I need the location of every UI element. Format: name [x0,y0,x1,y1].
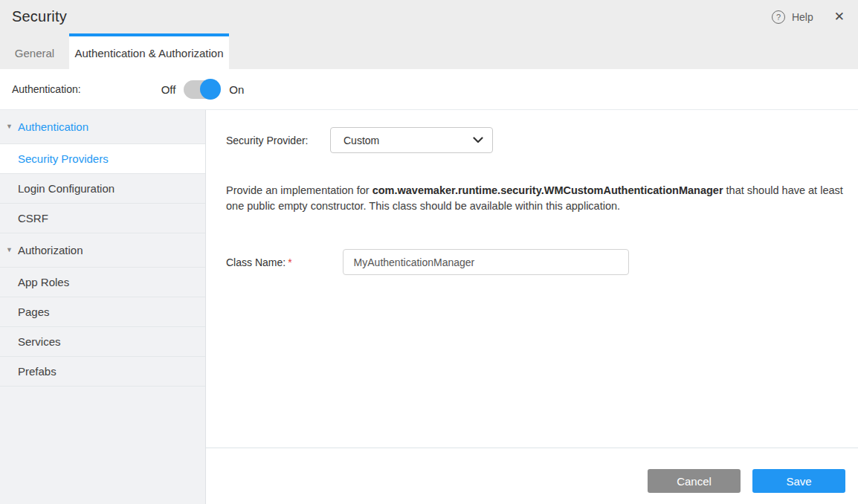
close-icon[interactable]: ✕ [834,10,845,23]
sidebar: ▼AuthenticationSecurity ProvidersLogin C… [0,110,206,504]
sidebar-item-label: App Roles [18,276,69,288]
description-class-name: com.wavemaker.runtime.security.WMCustomA… [372,184,723,196]
security-provider-row: Security Provider: Custom [226,127,845,153]
cancel-button[interactable]: Cancel [648,469,741,493]
provider-description: Provide an implementation for com.wavema… [226,183,845,214]
authentication-toggle-label: Authentication: [12,83,81,95]
toggle-off-label: Off [161,83,176,96]
save-button[interactable]: Save [752,469,845,493]
dialog-body: ▼AuthenticationSecurity ProvidersLogin C… [0,110,858,504]
authentication-toggle-row: Authentication: Off On [0,69,858,110]
class-name-row: Class Name:* [226,249,845,275]
tab-general[interactable]: General [0,33,69,69]
tab-bar: General Authentication & Authorization [0,33,858,69]
security-provider-label: Security Provider: [226,135,330,146]
chevron-down-icon [473,137,483,143]
sidebar-item-label: Prefabs [18,365,57,378]
class-name-label: Class Name:* [226,256,292,268]
tab-authentication-authorization[interactable]: Authentication & Authorization [69,33,229,69]
content-panel: Security Provider: Custom Provide an imp… [206,110,858,504]
security-provider-select[interactable]: Custom [330,127,493,153]
dialog-header: Security ? Help ✕ [0,0,858,33]
sidebar-item-label: Authentication [18,120,88,133]
security-provider-selected-value: Custom [343,135,379,146]
header-actions: ? Help ✕ [772,10,845,24]
sidebar-item-authentication[interactable]: ▼Authentication [0,110,205,144]
sidebar-item-app-roles[interactable]: App Roles [0,268,205,297]
toggle-knob [200,79,221,100]
sidebar-item-services[interactable]: Services [0,327,205,357]
sidebar-item-label: Pages [18,306,50,318]
class-name-input[interactable] [343,249,629,275]
description-prefix: Provide an implementation for [226,184,372,196]
help-button[interactable]: ? Help [772,10,813,24]
sidebar-item-label: Authorization [18,244,83,256]
triangle-expanded-icon: ▼ [6,246,13,253]
sidebar-item-prefabs[interactable]: Prefabs [0,357,205,387]
sidebar-item-csrf[interactable]: CSRF [0,204,205,233]
sidebar-item-security-providers[interactable]: Security Providers [0,144,205,174]
tab-auth-label: Authentication & Authorization [74,47,223,59]
class-name-label-text: Class Name: [226,256,286,268]
triangle-expanded-icon: ▼ [6,123,13,130]
security-dialog: Security ? Help ✕ General Authentication… [0,0,858,504]
help-label: Help [792,11,813,23]
toggle-on-label: On [229,83,244,96]
sidebar-item-label: Login Configuration [18,182,114,195]
sidebar-item-label: Security Providers [18,152,109,165]
help-icon: ? [772,10,785,24]
footer-actions: Cancel Save [648,469,845,493]
sidebar-item-label: CSRF [18,212,48,224]
sidebar-item-login-configuration[interactable]: Login Configuration [0,174,205,204]
authentication-toggle-switch[interactable] [184,80,220,99]
sidebar-item-authorization[interactable]: ▼Authorization [0,233,205,268]
tab-general-label: General [15,47,54,59]
sidebar-item-pages[interactable]: Pages [0,297,205,327]
sidebar-item-label: Services [18,335,61,348]
footer-divider [206,448,858,448]
required-asterisk: * [288,256,291,268]
page-title: Security [12,8,67,25]
